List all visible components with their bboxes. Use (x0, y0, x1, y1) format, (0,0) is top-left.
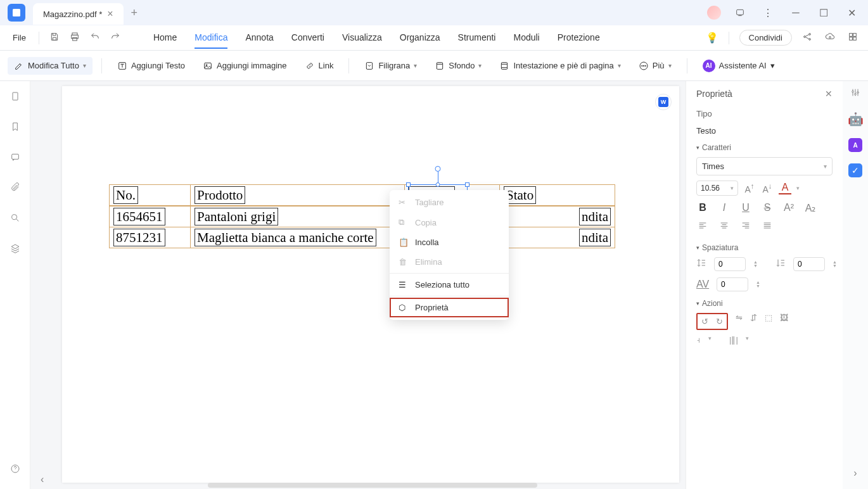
svg-rect-23 (11, 154, 18, 159)
underline-icon[interactable]: U (739, 202, 752, 214)
svg-rect-2 (72, 33, 77, 35)
spacing-section[interactable]: Spaziatura (696, 243, 833, 252)
save-icon[interactable] (47, 29, 62, 47)
document-tab[interactable]: Magazzino.pdf * × (33, 3, 124, 25)
copy-icon: ⧉ (399, 217, 409, 227)
replace-icon[interactable]: 🖼 (780, 313, 788, 330)
cell-no[interactable]: 1654651 (113, 208, 165, 225)
characters-section[interactable]: Caratteri (696, 143, 833, 152)
help-icon[interactable] (8, 461, 23, 479)
subscript-icon[interactable]: A₂ (804, 202, 817, 214)
flip-vertical-icon[interactable]: ⇵ (750, 313, 757, 330)
new-tab-button[interactable]: + (131, 6, 138, 20)
more-button[interactable]: Più ▾ (632, 57, 678, 75)
feedback-icon[interactable] (731, 4, 749, 22)
tab-home[interactable]: Home (153, 27, 177, 49)
attachment-icon[interactable] (8, 180, 23, 198)
tab-strumenti[interactable]: Strumenti (458, 27, 496, 49)
font-select[interactable]: Times ▾ (696, 157, 833, 175)
layers-icon[interactable] (8, 241, 23, 258)
undo-icon[interactable] (87, 29, 103, 47)
minimize-icon[interactable]: ─ (787, 4, 805, 22)
close-panel-icon[interactable]: ✕ (825, 89, 833, 99)
print-icon[interactable] (67, 29, 82, 47)
actions-section[interactable]: Azioni (696, 299, 833, 308)
tab-modifica[interactable]: Modifica (195, 27, 227, 49)
ai-square-icon[interactable]: A (848, 138, 862, 152)
decrease-font-icon[interactable]: A↓ (761, 182, 774, 194)
grid-icon[interactable] (845, 29, 860, 47)
tab-converti[interactable]: Converti (291, 27, 324, 49)
more-icon[interactable]: ⋮ (759, 4, 777, 22)
cell-prodotto[interactable]: Maglietta bianca a maniche corte (195, 229, 376, 246)
word-export-badge[interactable]: W (655, 94, 672, 110)
flip-horizontal-icon[interactable]: ⇋ (736, 313, 743, 330)
collapse-left-icon[interactable]: ‹ (41, 474, 44, 485)
cell-no[interactable]: 8751231 (113, 229, 165, 246)
horizontal-scrollbar[interactable] (208, 483, 537, 488)
watermark-button[interactable]: Filigrana ▾ (358, 57, 423, 75)
cell-prodotto[interactable]: Pantaloni grigi (195, 208, 278, 225)
background-button[interactable]: Sfondo ▾ (428, 57, 488, 75)
align-center-icon[interactable] (718, 220, 731, 233)
lightbulb-icon[interactable]: 💡 (706, 32, 718, 44)
check-icon[interactable]: ✓ (848, 163, 862, 177)
settings-icon[interactable] (850, 87, 860, 100)
redo-icon[interactable] (108, 29, 123, 47)
font-size-select[interactable]: 10.56 ▾ (696, 181, 738, 196)
line-spacing-input[interactable] (714, 257, 746, 271)
font-color-icon[interactable]: A (779, 182, 791, 194)
file-menu[interactable]: File (8, 30, 31, 45)
bold-icon[interactable]: B (696, 202, 709, 214)
align-objects-icon[interactable]: ⫞ (696, 335, 701, 345)
increase-font-icon[interactable]: A↑ (743, 182, 756, 194)
italic-icon[interactable]: I (718, 202, 731, 214)
chevron-right-icon[interactable]: › (853, 467, 857, 479)
add-text-button[interactable]: Aggiungi Testo (111, 57, 191, 75)
header-footer-button[interactable]: Intestazione e piè di pagina ▾ (493, 57, 627, 75)
search-icon[interactable] (8, 210, 23, 228)
cell-stato[interactable]: ndita (579, 208, 611, 225)
comment-icon[interactable] (8, 149, 23, 167)
canvas[interactable]: W No. Prodotto Volume Stato 1654651 Pant… (30, 81, 686, 489)
background-label: Sfondo (449, 61, 475, 70)
rotate-right-icon[interactable]: ↻ (716, 317, 723, 326)
ctx-properties[interactable]: ⬡ Proprietà (390, 298, 509, 317)
tab-protezione[interactable]: Protezione (558, 27, 600, 49)
edit-all-button[interactable]: Modifica Tutto ▾ (8, 57, 93, 75)
link-button[interactable]: Link (298, 57, 340, 75)
cell-stato[interactable]: ndita (579, 229, 611, 246)
align-left-icon[interactable] (696, 220, 709, 233)
ctx-select-all[interactable]: ☰ Seleziona tutto (390, 275, 509, 295)
align-right-icon[interactable] (739, 220, 752, 233)
para-spacing-input[interactable] (793, 257, 825, 271)
superscript-icon[interactable]: A² (782, 202, 795, 214)
header-no[interactable]: No. (113, 186, 138, 204)
ai-assistant-button[interactable]: AI Assistente AI ▾ (696, 56, 781, 76)
robot-icon[interactable]: 🤖 (848, 111, 864, 127)
tab-organizza[interactable]: Organizza (400, 27, 440, 49)
cloud-icon[interactable] (822, 29, 838, 47)
maximize-icon[interactable]: ☐ (815, 4, 833, 22)
crop-icon[interactable]: ⬚ (765, 313, 772, 330)
share-button[interactable]: Condividi (739, 30, 792, 46)
close-tab-icon[interactable]: × (107, 8, 113, 20)
bookmark-icon[interactable] (8, 119, 23, 137)
distribute-icon[interactable]: |‖| (729, 335, 738, 345)
header-prodotto[interactable]: Prodotto (195, 186, 245, 204)
tab-visualizza[interactable]: Visualizza (342, 27, 382, 49)
add-image-button[interactable]: Aggiungi immagine (196, 57, 293, 75)
tab-moduli[interactable]: Moduli (513, 27, 539, 49)
char-spacing-input[interactable] (717, 277, 748, 291)
ctx-paste[interactable]: 📋 Incolla (390, 232, 509, 252)
strikethrough-icon[interactable]: S (761, 202, 774, 214)
align-justify-icon[interactable] (761, 220, 774, 233)
user-avatar[interactable] (707, 6, 721, 20)
page-icon[interactable] (8, 89, 23, 106)
rotate-handle[interactable] (435, 166, 441, 172)
ctx-cut: ✂ Tagliare (390, 193, 509, 212)
share-link-icon[interactable] (800, 29, 815, 47)
close-window-icon[interactable]: ✕ (843, 4, 860, 22)
tab-annota[interactable]: Annota (245, 27, 273, 49)
rotate-left-icon[interactable]: ↺ (701, 317, 708, 326)
